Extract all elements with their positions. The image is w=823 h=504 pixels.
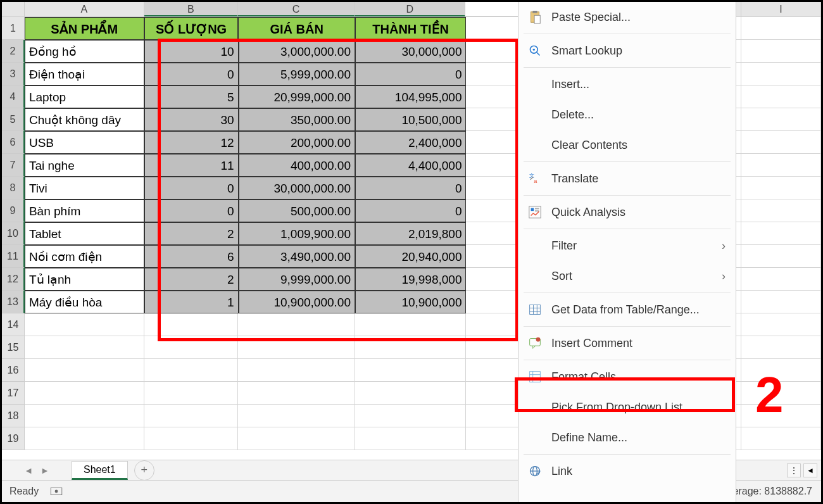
cell-total[interactable]: 30,000,000 [355, 40, 467, 63]
menu-link[interactable]: Link [518, 456, 736, 486]
cell-qty[interactable]: 12 [144, 131, 239, 154]
row-header[interactable]: 2 [2, 40, 25, 63]
menu-format-cells[interactable]: Format Cells... [518, 362, 736, 392]
cell-product[interactable]: Đồng hồ [25, 40, 144, 63]
cell-total[interactable]: 19,998,000 [355, 268, 467, 291]
cell-product[interactable]: Điện thoại [25, 63, 144, 85]
menu-clear-contents[interactable]: Clear Contents [518, 130, 736, 160]
cell-product[interactable]: Chuột không dây [25, 108, 144, 131]
cell-total[interactable]: 2,019,800 [355, 222, 467, 245]
cell-qty[interactable]: 0 [144, 199, 239, 222]
cell-total[interactable]: 2,400,000 [355, 131, 467, 154]
row-header[interactable]: 15 [2, 336, 25, 359]
row-header[interactable]: 14 [2, 313, 25, 336]
cell-product[interactable]: Laptop [25, 85, 144, 108]
row-header[interactable]: 9 [2, 199, 25, 222]
header-cell-qty[interactable]: SỐ LƯỢNG [144, 17, 239, 40]
tab-nav-arrows[interactable]: ◄ ► [2, 465, 72, 476]
scroll-left-icon[interactable]: ◄ [803, 463, 817, 477]
row-header[interactable]: 19 [2, 427, 25, 450]
cell-price[interactable]: 20,999,000.00 [239, 85, 355, 108]
horizontal-scroll[interactable]: ⋮ ◄ [787, 463, 817, 477]
row-header[interactable]: 16 [2, 359, 25, 382]
menu-sort[interactable]: Sort › [518, 261, 736, 291]
cell-product[interactable]: Tablet [25, 222, 144, 245]
cell-product[interactable]: Nồi cơm điện [25, 245, 144, 268]
row-header[interactable]: 12 [2, 268, 25, 291]
row-header[interactable]: 4 [2, 85, 25, 108]
cell-qty[interactable]: 30 [144, 108, 239, 131]
cell-product[interactable]: Tivi [25, 177, 144, 199]
row-header[interactable]: 3 [2, 63, 25, 85]
cell-total[interactable]: 10,500,000 [355, 108, 467, 131]
cell-product[interactable]: Bàn phím [25, 199, 144, 222]
cell-total[interactable]: 20,940,000 [355, 245, 467, 268]
cell-price[interactable]: 200,000.00 [239, 131, 355, 154]
cell-price[interactable]: 30,000,000.00 [239, 177, 355, 199]
cell-price[interactable]: 5,999,000.00 [239, 63, 355, 85]
row-header[interactable]: 5 [2, 108, 25, 131]
menu-pick-list[interactable]: Pick From Drop-down List... [518, 392, 736, 422]
menu-insert[interactable]: Insert... [518, 69, 736, 99]
menu-quick-analysis[interactable]: Quick Analysis [518, 197, 736, 227]
cell-product[interactable]: Máy điều hòa [25, 291, 144, 313]
row-header[interactable]: 17 [2, 382, 25, 405]
row-header-1[interactable]: 1 [2, 17, 25, 40]
menu-smart-lookup[interactable]: Smart Lookup [518, 35, 736, 66]
cell-price[interactable]: 3,000,000.00 [239, 40, 355, 63]
col-header-d[interactable]: D [355, 2, 465, 16]
row-header[interactable]: 6 [2, 131, 25, 154]
scroll-dots-icon[interactable]: ⋮ [787, 463, 801, 477]
header-cell-product[interactable]: SẢN PHẨM [25, 17, 144, 40]
cell-total[interactable]: 4,400,000 [355, 154, 467, 177]
cell-product[interactable]: Tai nghe [25, 154, 144, 177]
tab-nav-next-icon[interactable]: ► [41, 465, 49, 476]
menu-insert-comment[interactable]: Insert Comment [518, 328, 736, 358]
cell-total[interactable]: 104,995,000 [355, 85, 467, 108]
cell-price[interactable]: 400,000.00 [239, 154, 355, 177]
select-all-corner[interactable] [2, 2, 25, 16]
cell-qty[interactable]: 2 [144, 222, 239, 245]
cell-price[interactable]: 3,490,000.00 [239, 245, 355, 268]
cell-total[interactable]: 0 [355, 63, 467, 85]
col-header-b[interactable]: B [144, 2, 238, 16]
menu-filter[interactable]: Filter › [518, 230, 736, 261]
cell-qty[interactable]: 5 [144, 85, 239, 108]
row-header[interactable]: 11 [2, 245, 25, 268]
cell-product[interactable]: Tủ lạnh [25, 268, 144, 291]
cell-qty[interactable]: 10 [144, 40, 239, 63]
menu-get-data[interactable]: Get Data from Table/Range... [518, 294, 736, 325]
cell-qty[interactable]: 0 [144, 177, 239, 199]
cell-price[interactable]: 9,999,000.00 [239, 268, 355, 291]
sheet-tab-active[interactable]: Sheet1 [72, 461, 128, 480]
tab-nav-prev-icon[interactable]: ◄ [24, 465, 33, 476]
cell-price[interactable]: 350,000.00 [239, 108, 355, 131]
col-header-a[interactable]: A [25, 2, 144, 16]
menu-delete[interactable]: Delete... [518, 99, 736, 130]
cell-product[interactable]: USB [25, 131, 144, 154]
cell-price[interactable]: 1,009,900.00 [239, 222, 355, 245]
row-header[interactable]: 13 [2, 291, 25, 313]
cell-total[interactable]: 0 [355, 199, 467, 222]
col-header-c[interactable]: C [238, 2, 355, 16]
cell-total[interactable]: 10,900,000 [355, 291, 467, 313]
header-cell-total[interactable]: THÀNH TIỀN [355, 17, 467, 40]
cell-qty[interactable]: 2 [144, 268, 239, 291]
row-header[interactable]: 10 [2, 222, 25, 245]
row-header[interactable]: 18 [2, 405, 25, 427]
cell-price[interactable]: 10,900,000.00 [239, 291, 355, 313]
macro-record-icon[interactable] [50, 486, 63, 496]
menu-paste-special[interactable]: Paste Special... [518, 2, 736, 32]
cell-qty[interactable]: 11 [144, 154, 239, 177]
cell-qty[interactable]: 6 [144, 245, 239, 268]
header-cell-price[interactable]: GIÁ BÁN [238, 17, 355, 40]
menu-define-name[interactable]: Define Name... [518, 422, 736, 453]
cell-qty[interactable]: 1 [144, 291, 239, 313]
col-header-i[interactable]: I [741, 2, 821, 16]
row-header[interactable]: 8 [2, 177, 25, 199]
add-sheet-button[interactable]: + [134, 460, 154, 481]
cell-price[interactable]: 500,000.00 [239, 199, 355, 222]
row-header[interactable]: 7 [2, 154, 25, 177]
cell-total[interactable]: 0 [355, 177, 467, 199]
menu-translate[interactable]: 文a Translate [518, 163, 736, 194]
